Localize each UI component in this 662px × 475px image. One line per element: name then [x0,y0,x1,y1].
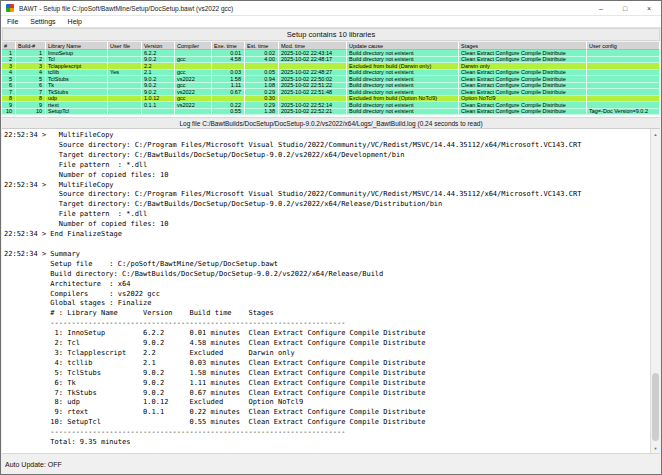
cell-compiler [175,109,212,116]
maximize-icon[interactable]: □ [613,1,637,15]
cell-est: 1.38 [245,109,279,116]
cell-version [142,109,175,116]
menu-file[interactable]: File [1,18,24,25]
window-controls: – □ × [589,1,661,15]
log-area[interactable]: 22:52:34 > MultiFileCopy Source director… [2,129,660,454]
log-scrollbar[interactable]: ▲ ▼ [650,129,660,453]
library-table: #Build-#Library NameUser fileVersionComp… [2,42,660,117]
titlebar: BAWT - Setup file C:/poSoft/BawtMine/Set… [1,1,661,16]
library-table-header: #Build-#Library NameUser fileVersionComp… [2,42,660,50]
cell-num: 10 [2,109,16,116]
library-table-body: 11InnoSetup6.2.20.010.022025-10-02 22:43… [2,50,660,115]
auto-update-status: Auto Update: OFF [5,461,62,468]
bawt-app-icon [6,4,14,12]
bawt-window: BAWT - Setup file C:/poSoft/BawtMine/Set… [0,0,662,475]
menu-settings[interactable]: Settings [24,18,61,25]
minimize-icon[interactable]: – [589,1,613,15]
close-icon[interactable]: × [637,1,661,15]
cell-build: 10 [16,109,46,116]
column-header-mod[interactable]: Mod. time [279,42,347,50]
column-header-exe[interactable]: Exe. time [212,42,245,50]
column-header-est[interactable]: Est. time [245,42,279,50]
column-header-cause[interactable]: Update cause [347,42,459,50]
column-header-user_file[interactable]: User file [108,42,142,50]
log-text: 22:52:34 > MultiFileCopy Source director… [2,129,660,448]
menubar: FileSettingsHelp [1,16,661,28]
cell-cause: Build directory not existent [347,109,459,116]
column-header-compiler[interactable]: Compiler [175,42,212,50]
cell-config: Tag=-Doc Version=9.0.2 [587,109,660,116]
library-count-bar: Setup contains 10 libraries [2,28,660,41]
cell-lib: SetupTcl [46,109,108,116]
cell-user_file [108,109,142,116]
scroll-down-icon[interactable]: ▼ [651,443,660,453]
scroll-up-icon[interactable]: ▲ [651,129,660,139]
statusbar: Auto Update: OFF [1,454,661,474]
log-file-bar: Log file C:/BawtBuilds/DocSetup/DocSetup… [2,117,660,129]
cell-stages: Clean Extract Configure Compile Distribu… [459,109,587,116]
menu-help[interactable]: Help [62,18,88,25]
table-row-setuptcl[interactable]: 1010SetupTcl0.551.382025-10-02 22:52:21B… [2,109,660,116]
column-header-lib[interactable]: Library Name [46,42,108,50]
cell-exe: 0.55 [212,109,245,116]
scrollbar-thumb[interactable] [652,373,659,441]
cell-mod: 2025-10-02 22:52:21 [279,109,347,116]
column-header-build[interactable]: Build-# [16,42,46,50]
column-header-version[interactable]: Version [142,42,175,50]
column-header-stages[interactable]: Stages [459,42,587,50]
window-title: BAWT - Setup file C:/poSoft/BawtMine/Set… [19,5,233,12]
column-header-num[interactable]: # [2,42,16,50]
column-header-config[interactable]: User config [587,42,660,50]
